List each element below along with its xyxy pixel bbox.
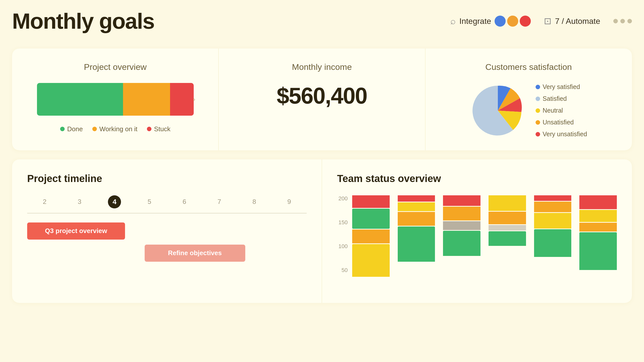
- unsatisfied-label: Unsatisfied: [543, 119, 574, 126]
- seg-orange-5: [534, 202, 572, 212]
- page-title: Monthly goals: [12, 9, 154, 33]
- automate-label: 7 / Automate: [555, 17, 600, 26]
- integrate-section[interactable]: ⌕ Integrate: [450, 16, 531, 27]
- legend-neutral: Neutral: [536, 107, 587, 114]
- monthly-income-title: Monthly income: [235, 62, 409, 72]
- seg-orange-4: [489, 212, 526, 224]
- timeline-num-8: 8: [237, 198, 272, 206]
- timeline-num-5: 5: [132, 198, 167, 206]
- bar-done: [37, 83, 123, 116]
- bar-arrow-icon: ›: [193, 95, 195, 103]
- project-overview-card: Project overview › Done Working on it St…: [12, 49, 219, 150]
- timeline-num-7: 7: [202, 198, 237, 206]
- timeline-num-3: 3: [62, 198, 97, 206]
- dot: [620, 19, 625, 23]
- header-actions: ⌕ Integrate ⊡ 7 / Automate: [450, 16, 632, 27]
- y-axis: 200 150 100 50: [337, 195, 352, 291]
- working-label: Working on it: [99, 125, 137, 133]
- satisfaction-legend: Very satisfied Satisfied Neutral Unsatis…: [536, 83, 587, 138]
- seg-red-2: [398, 195, 435, 202]
- legend-very-satisfied: Very satisfied: [536, 83, 587, 90]
- bar-working: [123, 83, 170, 116]
- seg-orange-1: [352, 230, 390, 243]
- project-legend: Done Working on it Stuck: [28, 125, 202, 133]
- income-value: $560,400: [235, 83, 409, 109]
- stuck-dot: [147, 127, 151, 131]
- more-options[interactable]: [613, 19, 632, 23]
- legend-satisfied: Satisfied: [536, 95, 587, 102]
- stuck-label: Stuck: [154, 125, 170, 133]
- pie-svg: [470, 83, 526, 138]
- automate-icon: ⊡: [544, 16, 551, 26]
- timeline-gantt-q3: Q3 project overview: [27, 222, 307, 240]
- avatar: [495, 16, 506, 27]
- legend-very-unsatisfied: Very unsatisfied: [536, 130, 587, 138]
- seg-green-2: [398, 227, 435, 262]
- timeline-track: [27, 213, 307, 213]
- timeline-num-4-active: 4: [97, 195, 132, 208]
- seg-yellow-6: [579, 210, 617, 222]
- seg-green-4: [489, 231, 526, 246]
- very-unsatisfied-label: Very unsatisfied: [543, 130, 587, 138]
- pie-chart: [470, 83, 526, 138]
- timeline-title: Project timeline: [27, 173, 307, 184]
- automate-section[interactable]: ⊡ 7 / Automate: [544, 16, 600, 26]
- seg-green-1: [352, 209, 390, 229]
- satisfaction-inner: Very satisfied Satisfied Neutral Unsatis…: [441, 83, 616, 138]
- legend-working: Working on it: [92, 125, 137, 133]
- team-status-title: Team status overview: [337, 173, 617, 184]
- timeline-num-2: 2: [27, 198, 62, 206]
- bar-group-3: [443, 195, 480, 289]
- seg-green-6: [579, 232, 617, 270]
- bottom-row: Project timeline 2 3 4 5 6 7 8: [12, 159, 632, 303]
- legend-done: Done: [60, 125, 83, 133]
- bar-group-4: [489, 195, 526, 289]
- seg-gray-3: [443, 221, 480, 230]
- seg-yellow-4: [489, 195, 526, 211]
- bar-groups: [352, 195, 617, 291]
- refine-bar[interactable]: Refine objectives: [145, 245, 245, 262]
- neutral-label: Neutral: [543, 107, 563, 114]
- neutral-dot: [536, 108, 540, 113]
- very-unsatisfied-dot: [536, 132, 540, 137]
- project-timeline-card: Project timeline 2 3 4 5 6 7 8: [12, 159, 322, 303]
- seg-red-1: [352, 195, 390, 208]
- bar-group-2: [398, 195, 435, 289]
- top-cards-row: Project overview › Done Working on it St…: [12, 49, 632, 150]
- bar-group-1: [352, 195, 390, 289]
- avatar: [520, 16, 531, 27]
- legend-stuck: Stuck: [147, 125, 170, 133]
- timeline-num-9: 9: [272, 198, 307, 206]
- q3-bar[interactable]: Q3 project overview: [27, 222, 125, 240]
- monthly-income-card: Monthly income $560,400: [219, 49, 425, 150]
- seg-green-5: [534, 229, 572, 257]
- project-bar-wrap: ›: [28, 83, 202, 116]
- working-dot: [92, 127, 97, 131]
- seg-yellow-5: [534, 213, 572, 229]
- satisfied-dot: [536, 97, 540, 101]
- seg-lightgray-4: [489, 225, 526, 231]
- seg-yellow-1: [352, 244, 390, 277]
- bar-stuck: [170, 83, 193, 116]
- satisfaction-title: Customers satisfaction: [441, 62, 616, 72]
- very-satisfied-dot: [536, 85, 540, 89]
- legend-unsatisfied: Unsatisfied: [536, 119, 587, 126]
- y-200: 200: [337, 195, 350, 202]
- seg-red-3: [443, 195, 480, 206]
- seg-green-3: [443, 231, 480, 256]
- seg-red-5: [534, 195, 572, 201]
- y-100: 100: [337, 243, 350, 250]
- very-satisfied-label: Very satisfied: [543, 83, 580, 90]
- project-bar: [37, 83, 194, 116]
- y-50: 50: [337, 267, 350, 274]
- seg-red-6: [579, 195, 617, 209]
- bar-group-5: [534, 195, 572, 289]
- timeline-gantt-refine: Refine objectives: [27, 245, 307, 262]
- avatar: [507, 16, 518, 27]
- dot: [627, 19, 632, 23]
- page-header: Monthly goals ⌕ Integrate ⊡ 7 / Automate: [12, 9, 632, 33]
- seg-orange-3: [443, 207, 480, 220]
- y-150: 150: [337, 219, 350, 226]
- dot: [613, 19, 618, 23]
- customers-satisfaction-card: Customers satisfaction: [425, 49, 632, 150]
